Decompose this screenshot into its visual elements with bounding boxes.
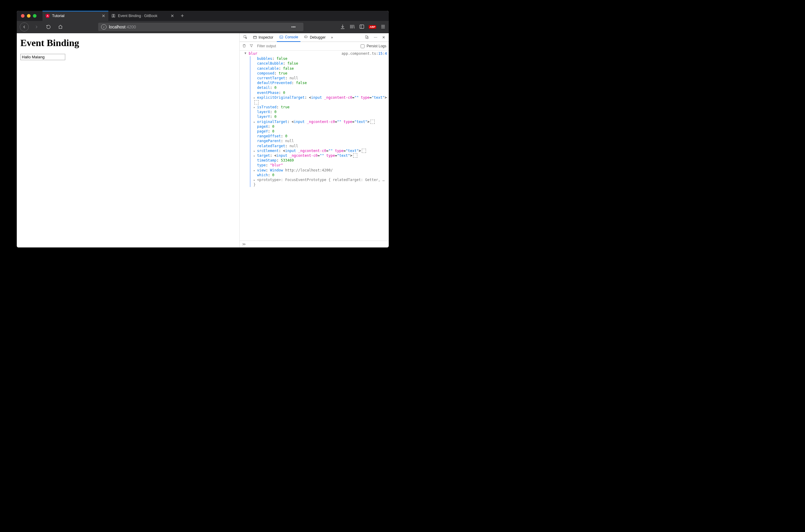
tab-title: Tutorial	[52, 14, 64, 18]
close-tab-button[interactable]: ✕	[102, 14, 106, 18]
adblock-icon[interactable]: ABP	[369, 25, 376, 29]
page-content: Event Binding	[17, 33, 239, 247]
close-window-button[interactable]	[21, 14, 24, 18]
tab-debugger[interactable]: Debugger	[302, 33, 328, 42]
prop-row[interactable]: detail: 0	[253, 85, 387, 90]
devtools-more-tabs[interactable]: »	[329, 35, 335, 39]
node-picker-icon[interactable]	[353, 153, 357, 158]
persist-logs-toggle[interactable]: Persist Logs	[359, 43, 386, 49]
prop-row[interactable]: ▸view: Window http://localhost:4200/	[253, 168, 387, 173]
tab-label: Inspector	[258, 35, 273, 39]
content-area: Event Binding Inspector Console	[17, 33, 389, 247]
prop-row[interactable]: ▸originalTarget: <input _ngcontent-c0=""…	[253, 119, 387, 124]
zoom-window-button[interactable]	[33, 14, 37, 18]
svg-rect-3	[280, 36, 283, 38]
page-actions-dots[interactable]: •••	[291, 24, 296, 29]
prop-row[interactable]: which: 0	[253, 173, 387, 177]
prop-row[interactable]: layerX: 0	[253, 110, 387, 114]
book-icon	[111, 14, 116, 18]
text-input[interactable]	[20, 54, 65, 60]
prop-row[interactable]: bubbles: false	[253, 56, 387, 61]
angular-icon: A	[45, 14, 50, 18]
persist-logs-checkbox[interactable]	[361, 44, 364, 48]
prop-row[interactable]: ▸explicitOriginalTarget: <input _ngconte…	[253, 95, 387, 105]
prop-row[interactable]: ▸target: <input _ngcontent-c0="" type="t…	[253, 153, 387, 158]
tab-label: Debugger	[310, 35, 326, 39]
prop-row[interactable]: defaultPrevented: false	[253, 80, 387, 85]
prop-row[interactable]: eventPhase: 0	[253, 90, 387, 95]
console-prompt[interactable]: ≫	[240, 241, 389, 247]
reload-button[interactable]	[44, 23, 53, 31]
message-source[interactable]: app.component.ts:15:4	[342, 51, 387, 56]
devtools-options-dots[interactable]: ⋯	[372, 35, 379, 39]
clear-console-button[interactable]	[242, 44, 246, 49]
url-port: :4200	[126, 24, 136, 29]
devtools-panel: Inspector Console Debugger » ⋯ ✕	[239, 33, 389, 247]
console-filter-input[interactable]	[256, 44, 357, 49]
prop-row[interactable]: cancelBubble: false	[253, 61, 387, 66]
prop-row[interactable]: rangeOffset: 0	[253, 134, 387, 138]
prop-row[interactable]: pageY: 0	[253, 129, 387, 134]
address-bar[interactable]: i localhost:4200 •••	[98, 23, 304, 31]
svg-rect-0	[360, 25, 364, 28]
site-info-icon[interactable]: i	[101, 24, 107, 30]
svg-rect-2	[253, 36, 257, 39]
devtools-tabbar: Inspector Console Debugger » ⋯ ✕	[240, 33, 389, 42]
event-properties: bubbles: false cancelBubble: false cance…	[250, 56, 387, 187]
toolbar-right: ABP	[340, 24, 386, 30]
minimize-window-button[interactable]	[27, 14, 31, 18]
node-picker-icon[interactable]	[370, 120, 375, 124]
navigation-toolbar: i localhost:4200 ••• ABP	[17, 21, 389, 33]
browser-tab[interactable]: Event Binding · GitBook ✕	[108, 11, 177, 21]
prop-row[interactable]: composed: true	[253, 71, 387, 76]
page-heading: Event Binding	[20, 37, 236, 49]
downloads-icon[interactable]	[340, 24, 345, 30]
tab-label: Console	[285, 35, 298, 39]
forward-button[interactable]	[32, 23, 41, 31]
library-icon[interactable]	[349, 24, 355, 30]
prop-row[interactable]: ▸srcElement: <input _ngcontent-c0="" typ…	[253, 148, 387, 153]
close-tab-button[interactable]: ✕	[171, 14, 174, 18]
node-picker-icon[interactable]	[254, 100, 258, 104]
console-output[interactable]: blur app.component.ts:15:4 bubbles: fals…	[240, 51, 389, 241]
prop-row[interactable]: timeStamp: 533469	[253, 158, 387, 163]
source-col: 4	[385, 52, 387, 56]
prop-row[interactable]: layerY: 0	[253, 114, 387, 119]
prop-row[interactable]: relatedTarget: null	[253, 144, 387, 148]
tab-console[interactable]: Console	[277, 33, 301, 42]
new-tab-button[interactable]: +	[177, 13, 188, 19]
inspect-element-button[interactable]	[242, 35, 249, 40]
prop-row[interactable]: rangeParent: null	[253, 138, 387, 143]
console-filterbar: Persist Logs	[240, 42, 389, 51]
prop-row[interactable]: pageX: 0	[253, 124, 387, 129]
source-line: 15	[378, 52, 382, 56]
prop-row[interactable]: type: "blur"	[253, 163, 387, 168]
browser-tab-active[interactable]: A Tutorial ✕	[42, 11, 108, 21]
tab-strip: A Tutorial ✕ Event Binding · GitBook ✕ +	[17, 11, 389, 21]
prop-row[interactable]: cancelable: false	[253, 66, 387, 71]
persist-logs-label: Persist Logs	[367, 44, 386, 48]
source-file: app.component.ts	[342, 52, 376, 56]
devtools-close-button[interactable]: ✕	[380, 35, 387, 39]
home-button[interactable]	[56, 23, 65, 31]
window-controls	[17, 14, 42, 18]
back-button[interactable]	[20, 22, 29, 32]
prop-row[interactable]: currentTarget: null	[253, 76, 387, 80]
prop-row[interactable]: ▸isTrusted: true	[253, 105, 387, 110]
tab-title: Event Binding · GitBook	[118, 14, 157, 18]
filter-funnel-icon[interactable]	[249, 44, 253, 49]
sidebar-icon[interactable]	[359, 24, 364, 30]
node-picker-icon[interactable]	[362, 149, 366, 153]
prop-row[interactable]: ▸<prototype>: FocusEventPrototype { rela…	[253, 177, 387, 187]
event-type: blur	[249, 52, 257, 56]
url-host: localhost	[109, 24, 126, 29]
responsive-mode-button[interactable]	[363, 35, 371, 40]
tab-inspector[interactable]: Inspector	[250, 33, 275, 42]
prompt-chevrons-icon: ≫	[242, 242, 246, 246]
console-message[interactable]: blur app.component.ts:15:4 bubbles: fals…	[242, 51, 387, 187]
browser-window: A Tutorial ✕ Event Binding · GitBook ✕ +	[17, 11, 389, 247]
menu-button[interactable]	[380, 24, 386, 30]
